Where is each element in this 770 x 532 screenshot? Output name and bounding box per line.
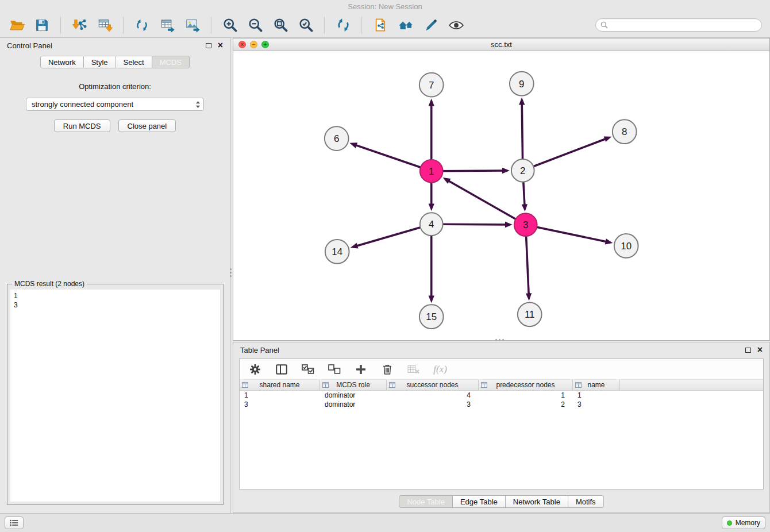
table-cell: dominator (320, 400, 387, 409)
document-network-icon (373, 17, 388, 33)
memory-button[interactable]: Memory (722, 516, 765, 529)
panel-menu-button[interactable] (5, 516, 24, 529)
table-panel-header: Table Panel × (233, 342, 769, 357)
column-header-shared-name[interactable]: shared name (240, 380, 320, 390)
style-brush-button[interactable] (422, 16, 440, 34)
table-cell: 1 (240, 391, 320, 400)
save-session-button[interactable] (33, 16, 51, 34)
graph-edge-arrow (519, 98, 525, 105)
mcds-result-list[interactable]: 13 (10, 290, 220, 502)
home-button[interactable] (397, 16, 414, 34)
open-session-button[interactable] (8, 16, 25, 34)
delete-column-button[interactable] (380, 362, 395, 377)
export-image-icon (185, 17, 201, 33)
search-input[interactable] (611, 20, 757, 30)
vertical-splitter-grip[interactable] (229, 264, 233, 280)
table-row[interactable]: 3dominator323 (240, 400, 763, 409)
window-titlebar[interactable]: Session: New Session (0, 0, 770, 13)
columns-icon (276, 364, 287, 375)
style-brush-icon (424, 18, 438, 33)
show-columns-button[interactable] (274, 362, 289, 377)
zoom-in-button[interactable] (221, 16, 238, 34)
traffic-light-close[interactable]: × (238, 41, 246, 48)
tab-motifs[interactable]: Motifs (568, 495, 604, 508)
table-panel-title: Table Panel (240, 346, 279, 354)
zoom-selected-button[interactable] (297, 16, 314, 34)
tab-select[interactable]: Select (116, 56, 152, 68)
zoom-fit-button[interactable] (272, 16, 289, 34)
graph-edge-2-8[interactable] (523, 138, 606, 171)
refresh-network-button[interactable] (334, 16, 352, 34)
delete-table-button[interactable] (406, 362, 421, 377)
function-builder-button[interactable]: f(x) (433, 362, 448, 377)
graph-svg[interactable]: 7968124314101511 (233, 52, 769, 340)
traffic-light-zoom[interactable]: + (261, 41, 269, 48)
import-table-button[interactable] (96, 16, 113, 34)
close-panel-icon[interactable]: × (218, 41, 223, 50)
import-table-icon (97, 17, 113, 33)
table-cell: 1 (573, 391, 620, 400)
trash-icon (382, 364, 392, 375)
export-image-button[interactable] (184, 16, 201, 34)
tab-style[interactable]: Style (84, 56, 116, 68)
float-panel-icon[interactable] (206, 43, 211, 48)
control-panel: Control Panel × NetworkStyleSelectMCDS O… (0, 38, 230, 513)
graph-edge-3-1[interactable] (448, 180, 526, 225)
traffic-light-minimize[interactable]: − (250, 41, 257, 48)
graph-edge-1-6[interactable] (355, 145, 432, 171)
graph-node-label: 14 (332, 246, 342, 257)
delete-table-icon (407, 365, 420, 374)
main-toolbar (0, 13, 770, 38)
tab-network[interactable]: Network (40, 56, 84, 68)
deselect-all-button[interactable] (327, 362, 342, 377)
float-table-panel-icon[interactable] (745, 348, 751, 353)
table-cell: 3 (240, 400, 320, 409)
optimization-criterion-select[interactable]: strongly connected component (26, 98, 204, 111)
graph-edge-arrow (349, 142, 357, 148)
close-panel-button[interactable]: Close panel (118, 119, 176, 132)
search-box[interactable] (595, 18, 762, 32)
show-graphics-details-button[interactable] (448, 16, 465, 34)
import-network-icon (72, 17, 87, 33)
eye-icon (448, 18, 464, 33)
graph-edge-3-10[interactable] (526, 225, 607, 242)
column-header-successor-nodes[interactable]: successor nodes (387, 380, 479, 390)
toolbar-divider (361, 17, 362, 34)
table-row[interactable]: 1dominator411 (240, 391, 763, 400)
table-header-row: shared nameMCDS rolesuccessor nodesprede… (240, 380, 763, 391)
network-canvas[interactable]: 7968124314101511 (233, 52, 769, 340)
column-header-label: predecessor nodes (496, 381, 555, 389)
select-all-button[interactable] (301, 362, 315, 377)
tab-mcds[interactable]: MCDS (152, 56, 190, 68)
graph-edge-arrow (429, 295, 434, 303)
column-header-name[interactable]: name (573, 380, 620, 390)
table-cell: 3 (573, 400, 620, 409)
network-view-titlebar[interactable]: ×−+ scc.txt (233, 38, 769, 51)
add-column-button[interactable] (353, 362, 368, 377)
home-icon (398, 18, 414, 33)
toolbar-divider (211, 17, 211, 34)
graph-edge-arrow (605, 238, 613, 244)
horizontal-splitter-grip[interactable] (491, 338, 507, 342)
close-table-panel-icon[interactable]: × (757, 345, 763, 354)
tab-edge-table[interactable]: Edge Table (453, 495, 506, 508)
optimization-criterion-value: strongly connected component (32, 100, 195, 109)
open-folder-icon (9, 17, 25, 33)
table-settings-button[interactable] (248, 362, 263, 377)
tab-node-table[interactable]: Node Table (399, 495, 453, 508)
tab-network-table[interactable]: Network Table (506, 495, 568, 508)
gear-icon (249, 364, 261, 375)
import-network-button[interactable] (71, 16, 88, 34)
column-header-MCDS-role[interactable]: MCDS role (320, 380, 387, 390)
export-network-button[interactable] (133, 16, 151, 34)
clone-network-button[interactable] (372, 16, 389, 34)
zoom-out-button[interactable] (247, 16, 264, 34)
toolbar-divider (123, 17, 124, 34)
export-table-icon (160, 17, 175, 33)
control-panel-title: Control Panel (7, 41, 52, 50)
graph-node-label: 7 (429, 80, 434, 91)
status-bar: Memory (0, 513, 770, 532)
run-mcds-button[interactable]: Run MCDS (54, 119, 110, 132)
export-table-button[interactable] (159, 16, 176, 34)
column-header-predecessor-nodes[interactable]: predecessor nodes (479, 380, 573, 390)
